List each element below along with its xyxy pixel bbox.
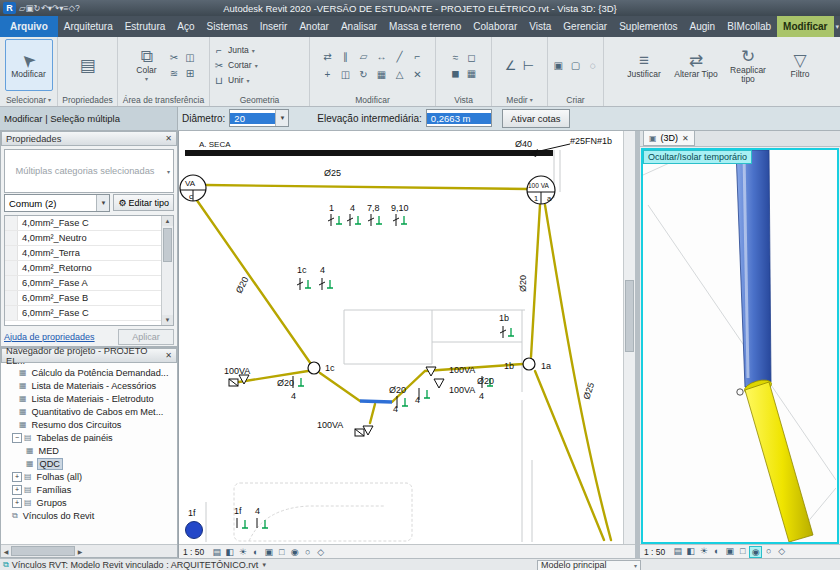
shadows-icon[interactable]: ◐ [710, 546, 723, 558]
hide-element-icon[interactable]: ◻ [464, 50, 479, 65]
ribbon-tab-anotar[interactable]: Anotar [293, 16, 334, 37]
ribbon-tab-augin[interactable]: Augin [684, 16, 722, 37]
filter-combo[interactable]: Comum (2) ▼ [4, 194, 110, 212]
selected-conduit[interactable] [360, 401, 392, 402]
browser-item-v-nculos-do-revit[interactable]: ⧉Vínculos do Revit [1, 509, 177, 522]
ribbon-tab-analisar[interactable]: Analisar [335, 16, 383, 37]
apply-button[interactable]: Aplicar [118, 329, 174, 345]
browser-hscrollbar[interactable]: ◀ ▶ [1, 544, 177, 557]
analytical-model-icon[interactable]: ◇ [314, 547, 327, 557]
property-row[interactable]: 4,0mm²_Retorno [5, 261, 173, 276]
browser-item-fam-lias[interactable]: +▤Famílias [1, 483, 177, 496]
edit-type-button[interactable]: ⚙ Editar tipo [113, 194, 174, 211]
browser-item-folhas-all[interactable]: +▤Folhas (all) [1, 470, 177, 483]
detail-level-icon[interactable]: ▤ [671, 546, 684, 558]
properties-button[interactable]: ▤ [65, 40, 111, 90]
create-group-icon[interactable]: ▣ [551, 58, 565, 73]
browser-item-c-lculo-da-pot-ncia-demandad[interactable]: ▦Cálculo da Potência Demandad... [1, 366, 177, 379]
plus-expander-icon[interactable]: + [12, 485, 22, 495]
property-row[interactable]: 6,0mm²_Fase C [5, 306, 173, 321]
views-window-icon[interactable]: ▦ [464, 66, 479, 81]
browser-item-grupos[interactable]: +▤Grupos [1, 496, 177, 509]
cortar-button[interactable]: ✂Cortar▾ [213, 58, 258, 73]
trim-icon[interactable]: ⌐ [409, 48, 426, 65]
visual-style-icon[interactable]: ◧ [223, 547, 236, 557]
drag-grip[interactable] [737, 389, 743, 395]
scroll-right-icon[interactable]: ▶ [75, 548, 85, 555]
minus-expander-icon[interactable]: − [12, 433, 22, 443]
delete-icon[interactable]: ✕ [409, 66, 426, 83]
dimension-icon[interactable]: ⊢ [521, 58, 536, 73]
diameter-combo[interactable]: 20 ▼ [229, 109, 289, 127]
align-icon[interactable]: ⇄ [319, 48, 336, 65]
crop-view-icon[interactable]: ▣ [262, 547, 275, 557]
browser-item-med[interactable]: ▦MED [1, 444, 177, 457]
junction-box[interactable] [308, 362, 320, 374]
ribbon-tab-bimcollab[interactable]: BIMcollab [721, 16, 777, 37]
paste-button[interactable]: ⧉ Colar▾ [130, 40, 164, 90]
chevron-down-icon[interactable]: ▼ [96, 195, 109, 211]
reveal-hidden-icon[interactable]: ○ [762, 546, 775, 558]
array-icon[interactable]: ▦ [373, 66, 390, 83]
browser-item-tabelas-de-pain-is[interactable]: −▤Tabelas de painéis [1, 431, 177, 444]
paste-aligned-icon[interactable]: ⊞ [183, 66, 198, 81]
blue-device[interactable] [186, 522, 203, 539]
save-icon[interactable]: ▣ [26, 3, 34, 13]
mirror-icon[interactable]: ▱ [355, 48, 372, 65]
plus-expander-icon[interactable]: + [12, 498, 22, 508]
show-crop-region-icon[interactable]: □ [275, 547, 288, 557]
scroll-left-icon[interactable]: ◀ [1, 548, 11, 555]
chevron-down-icon[interactable]: ▼ [275, 110, 288, 126]
close-icon[interactable]: ✕ [682, 134, 689, 143]
sun-path-icon[interactable]: ☀ [697, 546, 710, 558]
unir-button[interactable]: ⊔Unir▾ [213, 73, 250, 88]
browser-item-lista-de-materiais-acess-rios[interactable]: ▦Lista de Materiais - Acessórios [1, 379, 177, 392]
scroll-up-icon[interactable]: ▲ [162, 216, 173, 226]
ribbon-tab-vista[interactable]: Vista [523, 16, 557, 37]
sun-path-icon[interactable]: ☀ [236, 547, 249, 557]
reaplicar-tipo-button[interactable]: ↻Reaplicar tipo [725, 40, 771, 90]
canvas-vscrollbar[interactable] [623, 130, 635, 544]
ribbon-tab-gerenciar[interactable]: Gerenciar [557, 16, 613, 37]
measure-icon[interactable]: ∠ [503, 58, 518, 73]
property-row[interactable]: 4,0mm²_Terra [5, 246, 173, 261]
design-option-combo[interactable]: Modelo principal ▾ [537, 560, 641, 570]
alterar-tipo-button[interactable]: ⇄Alterar Tipo [673, 40, 719, 90]
help-icon[interactable]: ? [75, 3, 80, 13]
cut-icon[interactable]: ✂ [167, 50, 182, 65]
copy-icon[interactable]: ◫ [337, 66, 354, 83]
scroll-down-icon[interactable]: ▼ [162, 315, 173, 325]
match-type-icon[interactable]: ≋ [167, 66, 182, 81]
copy-icon[interactable]: ◫ [183, 50, 198, 65]
ribbon-tab-sistemas[interactable]: Sistemas [201, 16, 254, 37]
property-row[interactable]: 6,0mm²_Fase B [5, 291, 173, 306]
activate-dimensions-button[interactable]: Ativar cotas [502, 109, 570, 128]
browser-item-qdc[interactable]: ▦QDC [1, 457, 177, 470]
ribbon-tab-arquitetura[interactable]: Arquitetura [58, 16, 119, 37]
justificar-button[interactable]: ≡Justificar [621, 40, 667, 90]
ribbon-tab-modificar[interactable]: Modificar [777, 16, 833, 37]
temp-hide-isolate-icon[interactable]: ◉ [288, 547, 301, 557]
panel-label-select[interactable]: Selecionar▾ [0, 93, 57, 106]
ribbon-tab-arquivo[interactable]: Arquivo [0, 16, 58, 37]
browser-item-resumo-dos-circuitos[interactable]: ▦Resumo dos Circuitos [1, 418, 177, 431]
browser-item-quantitativo-de-cabos-em-met[interactable]: ▦Quantitativo de Cabos em Met... [1, 405, 177, 418]
show-crop-region-icon[interactable]: □ [736, 546, 749, 558]
visual-style-icon[interactable]: ◧ [684, 546, 697, 558]
junta-button[interactable]: ⌐Junta▾ [213, 43, 255, 58]
type-selector[interactable]: Múltiplas categorias selecionadas ▾ [4, 149, 174, 193]
property-row[interactable]: 4,0mm²_Fase C [5, 216, 173, 231]
reveal-hidden-icon[interactable]: ○ [301, 547, 314, 557]
properties-help-link[interactable]: Ajuda de propriedades [4, 332, 95, 342]
rotate-icon[interactable]: ↻ [355, 66, 372, 83]
chevron-down-icon[interactable]: ▼ [261, 562, 267, 568]
plus-expander-icon[interactable]: + [12, 472, 22, 482]
view3d-viewport[interactable]: Ocultar/Isolar temporário [641, 148, 839, 544]
move-icon[interactable]: + [319, 66, 336, 83]
temp-hide-isolate-icon[interactable]: ◉ [749, 546, 762, 558]
scrollbar-thumb[interactable] [11, 546, 75, 556]
tab-switcher-arrow-icon[interactable]: ▾ [836, 16, 840, 37]
browser-item-lista-de-materiais-eletroduto[interactable]: ▦Lista de Materiais - Eletroduto [1, 392, 177, 405]
scale-control[interactable]: 1 : 50 [644, 547, 665, 557]
project-browser-header[interactable]: Navegador de projeto - PROJETO EL... ✕ [1, 348, 177, 363]
